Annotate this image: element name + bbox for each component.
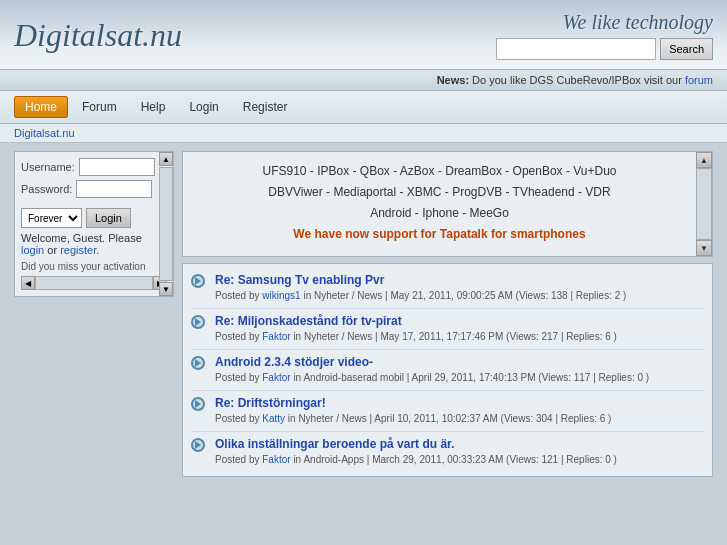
post-icon-circle	[191, 438, 205, 452]
post-content: Re: Samsung Tv enabling Pvr Posted by wi…	[215, 273, 704, 303]
forum-header-line4: We have now support for Tapatalk for sma…	[189, 225, 690, 243]
post-content: Re: Driftstörningar! Posted by Katty in …	[215, 396, 704, 426]
activation-text: Did you miss your activation	[21, 261, 167, 272]
posts-list: Re: Samsung Tv enabling Pvr Posted by wi…	[182, 263, 713, 477]
post-author-link[interactable]: Faktor	[262, 331, 290, 342]
register-link[interactable]: register	[60, 244, 96, 256]
post-author-link[interactable]: Faktor	[262, 372, 290, 383]
post-title[interactable]: Re: Miljonskadestånd för tv-pirat	[215, 314, 402, 328]
fhb-scroll-track	[696, 168, 712, 240]
nav-bar: Home Forum Help Login Register	[0, 91, 727, 124]
header-right: We like technology Search	[496, 11, 713, 60]
left-panel: Username: Password: ▲ ▼ Foreve	[14, 151, 174, 477]
password-input[interactable]	[76, 180, 152, 198]
post-icon-circle	[191, 274, 205, 288]
username-field: Username:	[21, 158, 151, 176]
fhb-scroll-up[interactable]: ▲	[696, 152, 712, 168]
post-icon-arrow	[195, 359, 201, 367]
forum-header-line1: UFS910 - IPBox - QBox - AzBox - DreamBox…	[189, 162, 690, 180]
h-scroll-track	[35, 276, 153, 290]
post-item: Re: Samsung Tv enabling Pvr Posted by wi…	[191, 268, 704, 309]
post-meta: Posted by Faktor in Nyheter / News | May…	[215, 330, 704, 344]
news-text: Do you like DGS CubeRevo/IPBox visit our…	[472, 74, 713, 86]
header: Digitalsat.nu We like technology Search	[0, 0, 727, 70]
post-item: Re: Miljonskadestånd för tv-pirat Posted…	[191, 309, 704, 350]
post-meta: Posted by Katty in Nyheter / News | Apri…	[215, 412, 704, 426]
nav-help[interactable]: Help	[131, 97, 176, 117]
search-bar: Search	[496, 38, 713, 60]
scroll-down-btn[interactable]: ▼	[159, 282, 173, 296]
post-author-link[interactable]: Katty	[262, 413, 285, 424]
login-panel-body: Username: Password: ▲ ▼ Foreve	[15, 152, 173, 296]
news-bar: News: Do you like DGS CubeRevo/IPBox vis…	[0, 70, 727, 91]
password-label: Password:	[21, 183, 72, 195]
post-meta: Posted by Faktor in Android-baserad mobi…	[215, 371, 704, 385]
post-icon	[191, 274, 209, 292]
post-icon	[191, 397, 209, 415]
post-author-link[interactable]: wikings1	[262, 290, 300, 301]
post-icon	[191, 356, 209, 374]
password-field: Password:	[21, 180, 151, 198]
post-item: Olika inställningar beroende på vart du …	[191, 432, 704, 472]
breadcrumb: Digitalsat.nu	[0, 124, 727, 143]
post-meta: Posted by Faktor in Android-Apps | March…	[215, 453, 704, 467]
site-title[interactable]: Digitalsat.nu	[14, 17, 182, 54]
h-scroll-left-btn[interactable]: ◀	[21, 276, 35, 290]
news-forum-link[interactable]: forum	[685, 74, 713, 86]
login-button[interactable]: Login	[86, 208, 131, 228]
post-icon-circle	[191, 397, 205, 411]
h-scroll-bar: ◀ ▶	[21, 276, 167, 290]
post-item: Re: Driftstörningar! Posted by Katty in …	[191, 391, 704, 432]
nav-login[interactable]: Login	[179, 97, 228, 117]
post-icon-arrow	[195, 277, 201, 285]
welcome-text: Welcome, Guest. Please login or register…	[21, 228, 167, 258]
slogan: We like technology	[563, 11, 713, 34]
nav-forum[interactable]: Forum	[72, 97, 127, 117]
username-input[interactable]	[79, 158, 155, 176]
post-icon	[191, 315, 209, 333]
forever-select[interactable]: Forever	[21, 208, 82, 228]
fhb-scroll-down[interactable]: ▼	[696, 240, 712, 256]
scroll-up-btn[interactable]: ▲	[159, 152, 173, 166]
news-label: News:	[437, 74, 469, 86]
post-title[interactable]: Android 2.3.4 stödjer video-	[215, 355, 373, 369]
forum-header-box: UFS910 - IPBox - QBox - AzBox - DreamBox…	[182, 151, 713, 257]
post-meta: Posted by wikings1 in Nyheter / News | M…	[215, 289, 704, 303]
forum-header-line3: Android - Iphone - MeeGo	[189, 204, 690, 222]
post-content: Olika inställningar beroende på vart du …	[215, 437, 704, 467]
search-input[interactable]	[496, 38, 656, 60]
main-content: Username: Password: ▲ ▼ Foreve	[0, 143, 727, 485]
right-panel: UFS910 - IPBox - QBox - AzBox - DreamBox…	[182, 151, 713, 477]
login-link[interactable]: login	[21, 244, 44, 256]
post-icon-circle	[191, 356, 205, 370]
fhb-scroll: ▲ ▼	[696, 152, 712, 256]
login-panel: Username: Password: ▲ ▼ Foreve	[14, 151, 174, 297]
post-title[interactable]: Re: Samsung Tv enabling Pvr	[215, 273, 384, 287]
breadcrumb-link[interactable]: Digitalsat.nu	[14, 127, 75, 139]
post-icon	[191, 438, 209, 456]
post-icon-arrow	[195, 400, 201, 408]
nav-home[interactable]: Home	[14, 96, 68, 118]
forum-header-line2: DBVViwer - Mediaportal - XBMC - ProgDVB …	[189, 183, 690, 201]
search-button[interactable]: Search	[660, 38, 713, 60]
post-icon-arrow	[195, 318, 201, 326]
login-actions: Forever Login	[21, 208, 167, 228]
post-title[interactable]: Olika inställningar beroende på vart du …	[215, 437, 454, 451]
post-icon-circle	[191, 315, 205, 329]
post-icon-arrow	[195, 441, 201, 449]
nav-register[interactable]: Register	[233, 97, 298, 117]
post-content: Android 2.3.4 stödjer video- Posted by F…	[215, 355, 704, 385]
post-author-link[interactable]: Faktor	[262, 454, 290, 465]
post-content: Re: Miljonskadestånd för tv-pirat Posted…	[215, 314, 704, 344]
username-label: Username:	[21, 161, 75, 173]
post-title[interactable]: Re: Driftstörningar!	[215, 396, 326, 410]
post-item: Android 2.3.4 stödjer video- Posted by F…	[191, 350, 704, 391]
